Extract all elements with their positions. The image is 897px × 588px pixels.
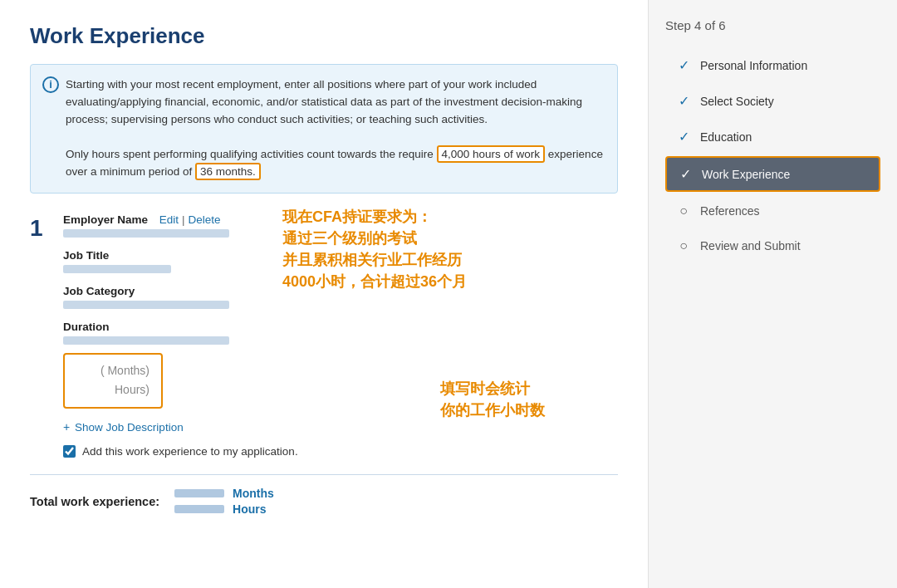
step-icon-education: ✓	[675, 129, 692, 145]
step-icon-references: ○	[675, 203, 692, 218]
job-title-label: Job Title	[63, 249, 618, 262]
sidebar-step-references[interactable]: ○References	[665, 195, 880, 227]
edit-link[interactable]: Edit	[159, 213, 179, 226]
duration-months: ( Months)	[76, 361, 150, 381]
show-job-description-row: + Show Job Description	[63, 420, 618, 434]
step-label-work: Work Experience	[702, 168, 790, 181]
add-experience-row: Add this work experience to my applicati…	[63, 445, 618, 458]
sidebar-steps: ✓Personal Information✓Select Society✓Edu…	[665, 49, 880, 262]
info-icon: i	[42, 76, 59, 93]
employer-name-input	[63, 229, 229, 238]
info-text-1: Starting with your most recent employmen…	[66, 78, 582, 125]
total-hours-bar	[174, 505, 224, 513]
entry-fields: Employer Name Edit | Delete Job Title Jo…	[63, 213, 618, 458]
job-category-row: Job Category	[63, 285, 618, 309]
total-row: Total work experience: Months Hours	[30, 487, 618, 524]
total-hours-row: Hours	[174, 502, 274, 516]
duration-row: Duration ( Months) Hours)	[63, 321, 618, 409]
step-label-society: Select Society	[700, 95, 774, 108]
step-icon-work: ✓	[677, 166, 694, 182]
sidebar: Step 4 of 6 ✓Personal Information✓Select…	[648, 0, 897, 588]
plus-icon: +	[63, 420, 70, 434]
duration-label: Duration	[63, 321, 618, 333]
employer-name-row: Employer Name Edit | Delete	[63, 213, 618, 238]
step-label-review: Review and Submit	[700, 239, 801, 252]
step-heading: Step 4 of 6	[665, 18, 880, 32]
page-title: Work Experience	[30, 23, 618, 49]
sidebar-step-education[interactable]: ✓Education	[665, 120, 880, 153]
highlight-hours: 4,000 hours of work	[437, 145, 546, 163]
job-title-input	[63, 265, 171, 273]
step-icon-review: ○	[675, 238, 692, 253]
sidebar-step-personal[interactable]: ✓Personal Information	[665, 49, 880, 81]
total-months-unit: Months	[233, 487, 274, 500]
step-icon-society: ✓	[675, 93, 692, 109]
sidebar-step-society[interactable]: ✓Select Society	[665, 85, 880, 117]
employer-name-label: Employer Name Edit | Delete	[63, 213, 618, 226]
step-label-education: Education	[700, 130, 752, 144]
total-label: Total work experience:	[30, 495, 159, 508]
info-box: i Starting with your most recent employm…	[30, 64, 618, 194]
step-icon-personal: ✓	[675, 57, 692, 73]
info-text-2-prefix: Only hours spent performing qualifying a…	[66, 148, 434, 160]
entry-number: 1	[30, 213, 63, 458]
job-category-label: Job Category	[63, 285, 618, 297]
total-months-bar	[174, 489, 224, 497]
total-months-row: Months	[174, 487, 274, 500]
job-category-input	[63, 301, 229, 309]
sidebar-step-review[interactable]: ○Review and Submit	[665, 230, 880, 262]
entry-section: 1 Employer Name Edit | Delete Job Title	[30, 213, 618, 458]
duration-input-bar	[63, 336, 229, 345]
show-job-description-link[interactable]: Show Job Description	[75, 421, 184, 434]
job-title-row: Job Title	[63, 249, 618, 273]
total-values: Months Hours	[174, 487, 274, 516]
section-divider	[30, 474, 618, 475]
step-label-personal: Personal Information	[700, 59, 807, 72]
step-label-references: References	[700, 204, 760, 218]
duration-box: ( Months) Hours)	[63, 353, 163, 409]
delete-link[interactable]: Delete	[189, 213, 221, 226]
add-experience-checkbox[interactable]	[63, 445, 76, 458]
add-experience-label: Add this work experience to my applicati…	[82, 445, 298, 458]
sidebar-step-work[interactable]: ✓Work Experience	[665, 156, 880, 192]
main-content: Work Experience i Starting with your mos…	[0, 0, 648, 588]
field-actions: Edit | Delete	[159, 213, 221, 226]
duration-hours: Hours)	[76, 380, 150, 400]
highlight-months: 36 months.	[195, 163, 261, 180]
total-hours-unit: Hours	[233, 502, 266, 516]
